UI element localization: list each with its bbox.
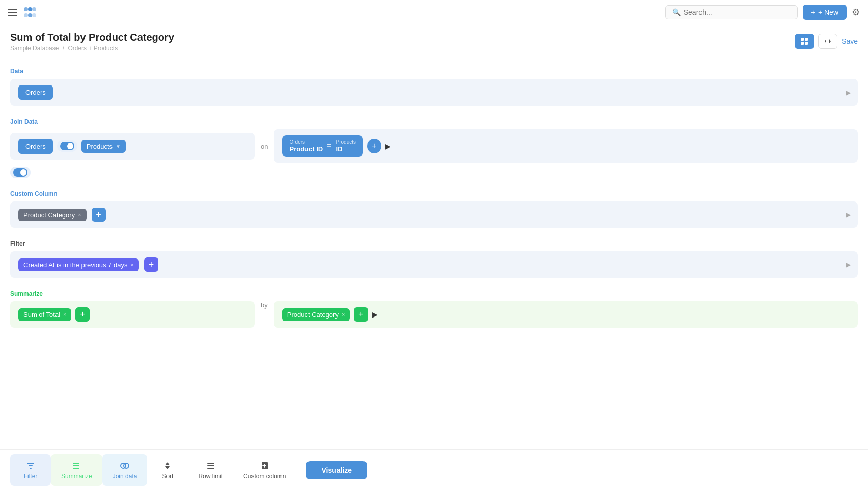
search-icon: 🔍	[672, 8, 681, 16]
title-area: Sum of Total by Product Category Sample …	[10, 32, 174, 52]
join-right-area: Orders Product ID = Products ID + ▶	[274, 129, 858, 163]
add-metric-button[interactable]: +	[75, 307, 90, 322]
summarize-expand-arrow[interactable]: ▶	[372, 310, 378, 319]
custom-col-row-area: Product Category × + ▶	[10, 201, 858, 228]
join-orders-button[interactable]: Orders	[18, 139, 53, 154]
add-join-condition-button[interactable]: +	[367, 139, 381, 153]
subheader: Sum of Total by Product Category Sample …	[0, 24, 868, 57]
toolbar-actions: Save	[795, 34, 858, 49]
save-button[interactable]: Save	[842, 37, 858, 45]
on-label: on	[261, 142, 268, 150]
svg-point-5	[32, 13, 36, 17]
join-condition-tag[interactable]: Orders Product ID = Products ID	[282, 135, 363, 157]
filter-section-label: Filter	[10, 240, 858, 247]
product-category-tag[interactable]: Product Category ×	[18, 209, 87, 221]
svg-rect-7	[805, 38, 808, 41]
svg-point-3	[24, 13, 28, 17]
search-input[interactable]	[684, 8, 791, 16]
svg-point-1	[28, 7, 32, 11]
page-title: Sum of Total by Product Category	[10, 32, 174, 43]
summarize-left-area: Sum of Total × +	[10, 301, 255, 328]
filter-expand-arrow[interactable]: ▶	[846, 261, 851, 268]
join-extra-row	[10, 167, 858, 178]
join-row: Orders Products ▼ on Orders Product ID	[10, 129, 858, 163]
add-custom-column-button[interactable]: +	[92, 208, 106, 222]
join-toggle-inner	[60, 142, 74, 150]
right-field-group: Products ID	[336, 139, 356, 153]
products-dropdown-arrow[interactable]: ▼	[116, 143, 121, 149]
filter-section: Filter Created At is in the previous 7 d…	[10, 240, 858, 278]
join-section-label: Join data	[10, 118, 858, 125]
join-toggle[interactable]	[57, 140, 77, 152]
hamburger-icon[interactable]	[8, 9, 17, 16]
data-section-label: Data	[10, 68, 858, 75]
filter-close-icon[interactable]: ×	[131, 262, 134, 268]
left-field-group: Orders Product ID	[289, 139, 323, 153]
app-logo	[23, 7, 40, 18]
filter-row-area: Created At is in the previous 7 days × +…	[10, 251, 858, 278]
top-navigation: 🔍 + + New ⚙	[0, 0, 868, 24]
settings-icon[interactable]: ⚙	[852, 7, 860, 18]
code-view-button[interactable]	[818, 34, 837, 49]
orders-source-button[interactable]: Orders	[18, 85, 53, 100]
summarize-section-label: Summarize	[10, 290, 858, 297]
filter-tag[interactable]: Created At is in the previous 7 days ×	[18, 258, 139, 271]
svg-point-4	[28, 13, 32, 17]
main-content: Data Orders ▶ Join data Orders Products …	[0, 57, 868, 391]
search-bar[interactable]: 🔍	[665, 5, 798, 19]
nav-right: 🔍 + + New ⚙	[665, 5, 860, 20]
group-by-tag[interactable]: Product Category ×	[282, 308, 350, 321]
group-close-icon[interactable]: ×	[342, 311, 345, 318]
custom-col-label: Custom column	[10, 190, 858, 197]
join-left-area: Orders Products ▼	[10, 133, 255, 160]
join-extra-toggle-inner	[13, 168, 27, 177]
join-extra-toggle[interactable]	[10, 167, 31, 178]
svg-rect-6	[801, 38, 804, 41]
svg-rect-8	[801, 42, 804, 45]
product-category-close-icon[interactable]: ×	[78, 212, 81, 218]
data-expand-arrow[interactable]: ▶	[846, 89, 851, 96]
summarize-row: Sum of Total × + by Product Category × +…	[10, 301, 858, 328]
sum-close-icon[interactable]: ×	[63, 311, 66, 318]
grid-view-button[interactable]	[795, 34, 814, 49]
join-products-tag[interactable]: Products ▼	[81, 140, 126, 153]
svg-point-2	[32, 7, 36, 11]
breadcrumb: Sample Database / Orders + Products	[10, 45, 174, 52]
plus-icon: +	[811, 8, 815, 16]
by-label: by	[261, 301, 268, 328]
data-row-area: Orders ▶	[10, 79, 858, 106]
join-section: Join data Orders Products ▼ on Orders	[10, 118, 858, 178]
svg-rect-9	[805, 42, 808, 45]
summarize-right-area: Product Category × + ▶	[274, 301, 858, 328]
join-expand-arrow[interactable]: ▶	[385, 142, 391, 150]
custom-column-section: Custom column Product Category × + ▶	[10, 190, 858, 228]
custom-col-expand-arrow[interactable]: ▶	[846, 211, 851, 218]
data-section: Data Orders ▶	[10, 68, 858, 106]
nav-left	[8, 7, 40, 18]
add-group-button[interactable]: +	[354, 307, 368, 322]
add-filter-button[interactable]: +	[144, 257, 158, 272]
svg-point-0	[24, 7, 28, 11]
new-button[interactable]: + + New	[803, 5, 847, 20]
summarize-section: Summarize Sum of Total × + by Product Ca…	[10, 290, 858, 328]
sum-of-total-tag[interactable]: Sum of Total ×	[18, 308, 71, 321]
